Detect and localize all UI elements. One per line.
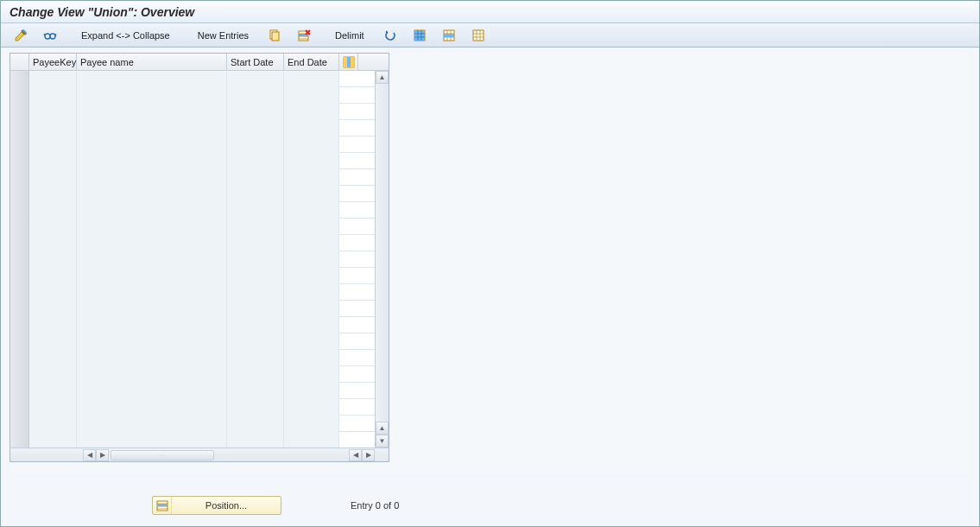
cell-payeename[interactable]: [77, 186, 227, 202]
cell-enddate[interactable]: [284, 153, 339, 169]
cell-payeename[interactable]: [77, 432, 227, 448]
cell-enddate[interactable]: [284, 317, 339, 333]
cell-payeekey[interactable]: [29, 137, 77, 153]
cell-payeekey[interactable]: [29, 120, 77, 137]
table-row[interactable]: [10, 366, 389, 383]
table-row[interactable]: [10, 104, 389, 120]
cell-startdate[interactable]: [227, 317, 284, 333]
table-row[interactable]: [10, 186, 389, 202]
scroll-up-end-button[interactable]: ▲: [376, 422, 389, 435]
copy-button[interactable]: [262, 27, 288, 44]
cell-enddate[interactable]: [284, 120, 339, 137]
cell-payeename[interactable]: [77, 301, 227, 317]
cell-payeekey[interactable]: [29, 432, 77, 448]
table-row[interactable]: [10, 235, 389, 251]
cell-startdate[interactable]: [227, 71, 284, 87]
table-row[interactable]: [10, 268, 389, 284]
cell-payeekey[interactable]: [29, 235, 77, 251]
cell-payeename[interactable]: [77, 416, 227, 432]
table-row[interactable]: [10, 120, 389, 137]
cell-enddate[interactable]: [284, 383, 339, 399]
cell-payeekey[interactable]: [29, 153, 77, 169]
cell-startdate[interactable]: [227, 153, 284, 169]
cell-enddate[interactable]: [284, 399, 339, 416]
cell-startdate[interactable]: [227, 432, 284, 448]
row-selector[interactable]: [10, 416, 29, 432]
table-row[interactable]: [10, 432, 389, 448]
row-selector[interactable]: [10, 251, 29, 268]
cell-enddate[interactable]: [284, 169, 339, 186]
delete-button[interactable]: [291, 27, 317, 44]
row-selector[interactable]: [10, 432, 29, 448]
deselect-all-button[interactable]: [465, 27, 491, 44]
cell-startdate[interactable]: [227, 87, 284, 104]
cell-payeekey[interactable]: [29, 350, 77, 366]
cell-payeename[interactable]: [77, 104, 227, 120]
position-button[interactable]: Position...: [152, 496, 281, 515]
cell-payeekey[interactable]: [29, 268, 77, 284]
vertical-scrollbar[interactable]: ▲ ▲ ▼: [375, 71, 389, 448]
scroll-right-step-button[interactable]: ▶: [96, 449, 109, 461]
new-entries-button[interactable]: New Entries: [190, 27, 258, 44]
cell-payeename[interactable]: [77, 350, 227, 366]
cell-payeename[interactable]: [77, 169, 227, 186]
row-selector[interactable]: [10, 301, 29, 317]
table-row[interactable]: [10, 399, 389, 416]
cell-enddate[interactable]: [284, 268, 339, 284]
cell-payeekey[interactable]: [29, 251, 77, 268]
undo-button[interactable]: [377, 27, 403, 44]
cell-enddate[interactable]: [284, 87, 339, 104]
row-selector[interactable]: [10, 235, 29, 251]
row-selector[interactable]: [10, 202, 29, 219]
cell-payeekey[interactable]: [29, 202, 77, 219]
cell-payeekey[interactable]: [29, 366, 77, 383]
row-selector[interactable]: [10, 284, 29, 301]
cell-startdate[interactable]: [227, 333, 284, 350]
cell-enddate[interactable]: [284, 251, 339, 268]
cell-enddate[interactable]: [284, 284, 339, 301]
cell-payeename[interactable]: [77, 120, 227, 137]
scroll-up-button[interactable]: ▲: [376, 71, 389, 84]
table-row[interactable]: [10, 317, 389, 333]
table-row[interactable]: [10, 202, 389, 219]
cell-startdate[interactable]: [227, 104, 284, 120]
table-row[interactable]: [10, 301, 389, 317]
cell-startdate[interactable]: [227, 219, 284, 235]
cell-startdate[interactable]: [227, 186, 284, 202]
cell-payeekey[interactable]: [29, 383, 77, 399]
row-selector[interactable]: [10, 71, 29, 87]
cell-enddate[interactable]: [284, 104, 339, 120]
cell-enddate[interactable]: [284, 432, 339, 448]
table-row[interactable]: [10, 87, 389, 104]
cell-startdate[interactable]: [227, 120, 284, 137]
cell-payeename[interactable]: [77, 383, 227, 399]
table-row[interactable]: [10, 350, 389, 366]
expand-collapse-button[interactable]: Expand <-> Collapse: [73, 27, 180, 44]
table-row[interactable]: [10, 284, 389, 301]
scroll-left-button[interactable]: ◀: [83, 449, 96, 461]
cell-startdate[interactable]: [227, 416, 284, 432]
table-row[interactable]: [10, 137, 389, 153]
table-row[interactable]: [10, 333, 389, 350]
row-selector[interactable]: [10, 366, 29, 383]
cell-enddate[interactable]: [284, 366, 339, 383]
cell-payeekey[interactable]: [29, 219, 77, 235]
cell-startdate[interactable]: [227, 383, 284, 399]
cell-enddate[interactable]: [284, 235, 339, 251]
horizontal-thumb[interactable]: ···: [111, 450, 214, 460]
row-selector[interactable]: [10, 137, 29, 153]
cell-payeename[interactable]: [77, 333, 227, 350]
cell-enddate[interactable]: [284, 333, 339, 350]
table-settings-button[interactable]: [339, 54, 358, 70]
cell-payeekey[interactable]: [29, 317, 77, 333]
column-header-payeekey[interactable]: PayeeKey: [29, 54, 77, 70]
cell-startdate[interactable]: [227, 350, 284, 366]
cell-payeename[interactable]: [77, 399, 227, 416]
row-selector[interactable]: [10, 383, 29, 399]
scroll-right-button[interactable]: ▶: [362, 449, 375, 461]
cell-enddate[interactable]: [284, 186, 339, 202]
column-header-enddate[interactable]: End Date: [284, 54, 339, 70]
row-selector-header[interactable]: [10, 54, 29, 70]
cell-payeekey[interactable]: [29, 104, 77, 120]
cell-enddate[interactable]: [284, 416, 339, 432]
